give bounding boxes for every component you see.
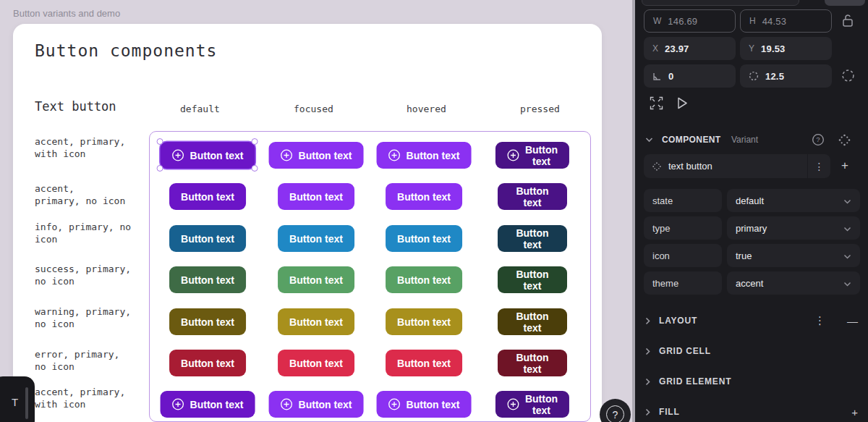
- section-title: Text button: [35, 99, 116, 114]
- button-text-label: Button text: [525, 393, 558, 416]
- variant-button-accent-hovered[interactable]: Button text: [377, 391, 472, 418]
- button-text-label: Button text: [525, 144, 558, 167]
- component-name: text button: [668, 161, 712, 172]
- property-value-text: primary: [736, 223, 767, 234]
- variant-button-accent-default[interactable]: Button text: [161, 142, 255, 169]
- cutoff-button[interactable]: [825, 0, 865, 6]
- variant-dots-icon[interactable]: [838, 133, 851, 147]
- variant-button-info-default[interactable]: Button text: [169, 225, 246, 252]
- variant-button-accent-default[interactable]: Button text: [161, 391, 255, 418]
- property-value-icon-dropdown[interactable]: true: [727, 244, 860, 267]
- height-input[interactable]: H 44.53: [740, 9, 832, 33]
- component-collapse-chevron[interactable]: [645, 137, 653, 143]
- property-name-state[interactable]: state: [644, 189, 722, 212]
- variant-button-error-focused[interactable]: Button text: [278, 350, 354, 376]
- component-help-icon[interactable]: ?: [812, 133, 825, 146]
- variant-button-warning-focused[interactable]: Button text: [278, 308, 354, 335]
- variant-button-info-hovered[interactable]: Button text: [386, 225, 462, 252]
- circle-plus-icon: [281, 398, 293, 410]
- variant-button-success-default[interactable]: Button text: [169, 266, 246, 293]
- y-position-input[interactable]: Y 19.53: [740, 37, 832, 60]
- component-name-row[interactable]: text button ⋮: [644, 154, 830, 178]
- variant-button-accent-hovered[interactable]: Button text: [386, 183, 462, 210]
- variant-button-warning-default[interactable]: Button text: [169, 308, 246, 335]
- button-text-label: Button text: [397, 233, 451, 245]
- property-name-icon[interactable]: icon: [644, 244, 722, 267]
- chevron-right-icon: [645, 317, 650, 325]
- property-value-theme-dropdown[interactable]: accent: [727, 271, 860, 295]
- circle-plus-icon: [281, 149, 293, 161]
- radius-value: 12.5: [765, 71, 784, 82]
- radius-icon: [749, 71, 759, 81]
- svg-text:?: ?: [816, 135, 820, 143]
- variant-button-accent-focused[interactable]: Button text: [269, 142, 364, 169]
- section-fill[interactable]: FILL+: [635, 404, 868, 420]
- row-label: info, primary, no icon: [35, 221, 131, 245]
- text-tool-icon[interactable]: T: [12, 396, 18, 408]
- rotation-value: 0: [668, 71, 673, 82]
- help-button[interactable]: ?: [600, 399, 631, 422]
- variant-button-info-pressed[interactable]: Button text: [498, 225, 567, 252]
- variant-button-success-hovered[interactable]: Button text: [386, 266, 462, 293]
- property-value-state-dropdown[interactable]: default: [727, 189, 860, 212]
- property-value-type-dropdown[interactable]: primary: [727, 216, 860, 240]
- variant-button-error-default[interactable]: Button text: [169, 350, 246, 376]
- variant-button-accent-focused[interactable]: Button text: [278, 183, 354, 210]
- design-canvas[interactable]: Button variants and demo Button componen…: [0, 0, 633, 422]
- text-toolbox[interactable]: T: [0, 376, 35, 422]
- variant-button-accent-default[interactable]: Button text: [169, 183, 246, 210]
- button-text-label: Button text: [190, 399, 244, 410]
- play-interaction-icon[interactable]: [676, 96, 689, 110]
- chevron-down-icon: [843, 195, 851, 206]
- x-label: X: [652, 43, 658, 54]
- selection-handle[interactable]: [251, 165, 258, 172]
- section-menu-icon[interactable]: ⋮: [814, 314, 825, 327]
- variant-button-success-focused[interactable]: Button text: [278, 266, 354, 293]
- board-label[interactable]: Button variants and demo: [13, 8, 120, 19]
- chevron-right-icon: [645, 408, 650, 416]
- toolbox-scrollbar[interactable]: [25, 387, 28, 419]
- width-input[interactable]: W 146.69: [644, 9, 736, 33]
- x-position-input[interactable]: X 23.97: [644, 37, 736, 60]
- rotation-input[interactable]: 0: [644, 64, 736, 88]
- remove-section-button[interactable]: —: [847, 315, 858, 327]
- variant-button-info-focused[interactable]: Button text: [278, 225, 354, 252]
- cutoff-input[interactable]: [642, 0, 799, 6]
- property-value-text: accent: [736, 278, 763, 289]
- selection-handle[interactable]: [251, 138, 258, 145]
- variant-button-warning-hovered[interactable]: Button text: [386, 308, 462, 335]
- variant-button-error-hovered[interactable]: Button text: [386, 350, 462, 376]
- circle-plus-icon: [388, 398, 401, 410]
- selection-handle[interactable]: [157, 165, 163, 172]
- resize-board-icon[interactable]: [650, 96, 663, 110]
- variant-button-accent-hovered[interactable]: Button text: [377, 142, 472, 169]
- variant-button-warning-pressed[interactable]: Button text: [498, 308, 567, 335]
- button-text-label: Button text: [289, 233, 343, 245]
- selection-handle[interactable]: [157, 138, 163, 145]
- property-name-type[interactable]: type: [644, 216, 722, 240]
- property-name-theme[interactable]: theme: [644, 271, 722, 295]
- button-text-label: Button text: [509, 311, 556, 334]
- add-fill-button[interactable]: +: [851, 406, 858, 418]
- button-text-label: Button text: [397, 274, 451, 286]
- app-window: Button variants and demo Button componen…: [0, 0, 868, 422]
- variant-button-success-pressed[interactable]: Button text: [498, 266, 567, 293]
- variant-button-accent-pressed[interactable]: Button text: [495, 142, 569, 169]
- section-label: LAYOUT: [659, 316, 697, 326]
- component-menu-button[interactable]: ⋮: [807, 154, 830, 178]
- variant-button-accent-focused[interactable]: Button text: [269, 391, 364, 418]
- button-text-label: Button text: [289, 316, 343, 328]
- circle-plus-icon: [388, 149, 401, 161]
- independent-corners-icon[interactable]: [841, 69, 855, 83]
- section-layout[interactable]: LAYOUT⋮—: [635, 313, 868, 329]
- y-value: 19.53: [761, 43, 786, 54]
- lock-icon[interactable]: [841, 13, 854, 28]
- section-grid-element[interactable]: GRID ELEMENT: [635, 374, 868, 389]
- add-variant-button[interactable]: +: [841, 159, 848, 173]
- section-grid-cell[interactable]: GRID CELL: [635, 343, 868, 359]
- radius-input[interactable]: 12.5: [740, 64, 832, 88]
- variant-button-accent-pressed[interactable]: Button text: [498, 183, 567, 210]
- variant-button-accent-pressed[interactable]: Button text: [495, 391, 569, 418]
- board-button-components: Button components Text button defaultfoc…: [13, 24, 602, 422]
- variant-button-error-pressed[interactable]: Button text: [498, 350, 567, 376]
